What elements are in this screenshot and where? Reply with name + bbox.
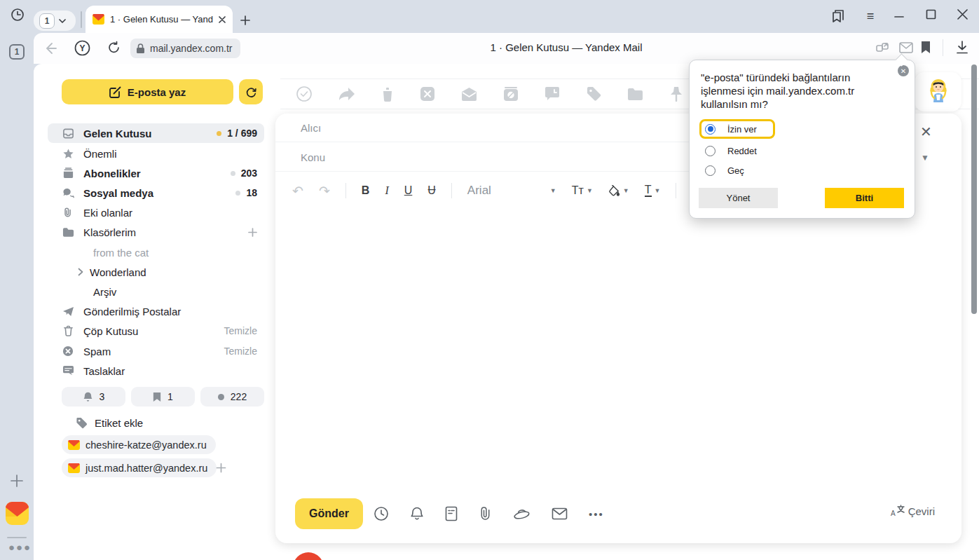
highlight-color-select[interactable]: ▼	[608, 185, 629, 197]
bookmarks-panel-icon[interactable]	[831, 9, 845, 23]
subscriptions-icon	[62, 168, 74, 179]
refresh-mail-button[interactable]	[239, 79, 263, 104]
clean-trash-link[interactable]: Temizle	[224, 325, 257, 336]
collapse-compose-icon[interactable]: ▼	[921, 153, 929, 163]
strikethrough-button[interactable]: Ʉ	[427, 184, 436, 197]
radio-option-skip[interactable]: Geç	[699, 161, 744, 180]
bold-button[interactable]: B	[362, 184, 370, 197]
sidebar-item-from-the-cat[interactable]: from the cat	[48, 243, 264, 262]
new-tab-icon[interactable]	[240, 15, 250, 25]
sidebar-item-subscriptions[interactable]: Abonelikler 203	[48, 163, 264, 183]
sidebar-item-sent[interactable]: Gönderilmiş Postalar	[48, 301, 264, 321]
text-color-select[interactable]: T▼	[645, 184, 661, 197]
folder-label: Gönderilmiş Postalar	[83, 306, 181, 317]
share-icon[interactable]	[875, 41, 889, 55]
reload-icon[interactable]	[107, 41, 121, 55]
browser-side-rail: 1 ●●●	[0, 33, 34, 560]
sidebar-item-archive[interactable]: Arşiv	[48, 282, 264, 301]
radio-label: Geç	[727, 165, 744, 176]
account-cheshire[interactable]: cheshire-katze@yandex.ru	[62, 435, 216, 454]
attach-file-icon[interactable]	[479, 506, 492, 521]
browser-menu-icon[interactable]: ≡	[859, 6, 882, 27]
sidebar-item-important[interactable]: Önemli	[48, 144, 264, 163]
popup-close-icon[interactable]: ✕	[898, 65, 909, 76]
pill-count: 1	[167, 391, 173, 402]
sidebar-item-my-folders[interactable]: Klasörlerim	[48, 222, 264, 242]
rail-dots-icon	[8, 508, 26, 515]
move-folder-icon[interactable]	[627, 88, 643, 101]
snooze-icon[interactable]	[545, 86, 560, 102]
sidebar-item-trash[interactable]: Çöp Kutusu Temizle	[48, 321, 264, 341]
window-maximize-icon[interactable]	[926, 9, 936, 20]
manage-button[interactable]: Yönet	[699, 188, 778, 208]
tab-close-icon[interactable]	[219, 16, 226, 23]
text-color-label: T	[645, 184, 652, 197]
radio-option-deny[interactable]: Reddet	[699, 141, 757, 161]
attach-from-disk-icon[interactable]	[513, 507, 530, 521]
forward-icon[interactable]	[338, 87, 355, 101]
template-icon[interactable]	[445, 506, 458, 521]
add-folder-icon[interactable]	[248, 228, 257, 237]
unread-pill[interactable]: 222	[200, 387, 264, 407]
mark-read-icon[interactable]	[461, 87, 477, 101]
workspace-number-box[interactable]: 1	[9, 44, 25, 60]
schedule-send-icon[interactable]	[374, 506, 389, 521]
radio-option-allow[interactable]: İzin ver	[699, 119, 775, 139]
folder-count: 1 / 699	[227, 128, 257, 139]
window-close-icon[interactable]	[957, 9, 968, 20]
sidebar-item-wonderland[interactable]: Wonderland	[48, 262, 264, 282]
underline-button[interactable]: U	[404, 184, 413, 197]
font-family-select[interactable]: Arial	[467, 184, 535, 198]
scrollbar-thumb[interactable]	[971, 64, 977, 314]
mark-spam-icon[interactable]	[420, 86, 435, 102]
more-options-icon[interactable]: •••	[589, 508, 604, 520]
add-account-icon[interactable]	[216, 463, 226, 473]
window-minimize-icon[interactable]	[894, 15, 904, 18]
archive-icon[interactable]	[503, 86, 519, 102]
sidebar-item-with-attachments[interactable]: Eki olanlar	[48, 203, 264, 222]
clean-spam-link[interactable]: Temizle	[224, 346, 257, 357]
protocol-handler-envelope-icon[interactable]	[899, 42, 913, 53]
unread-dot	[217, 131, 221, 136]
yandex-y-icon[interactable]: Y	[74, 40, 90, 56]
rail-more-icon[interactable]: ●●●	[8, 541, 32, 553]
notify-bell-icon[interactable]	[410, 506, 424, 521]
done-button[interactable]: Bitti	[825, 188, 904, 208]
sidebar-item-inbox[interactable]: Gelen Kutusu 1 / 699	[48, 123, 264, 143]
close-compose-icon[interactable]: ✕	[920, 123, 932, 140]
user-avatar-card[interactable]	[915, 72, 961, 111]
label-icon[interactable]	[586, 86, 601, 102]
select-all-icon[interactable]	[296, 86, 313, 102]
active-tab[interactable]: 1 · Gelen Kutusu — Yand	[85, 6, 233, 33]
sidebar-item-spam[interactable]: Spam Temizle	[48, 341, 264, 361]
translate-button[interactable]: A Çeviri	[890, 505, 935, 517]
address-bar[interactable]: mail.yandex.com.tr	[130, 39, 240, 58]
send-button[interactable]: Gönder	[295, 498, 363, 529]
history-clock-icon[interactable]	[10, 7, 25, 22]
bookmark-icon[interactable]	[921, 41, 931, 54]
italic-button[interactable]: I	[385, 184, 388, 197]
tab-group-pill[interactable]: 1	[34, 11, 76, 31]
downloads-icon[interactable]	[956, 41, 968, 55]
popup-message-line: "e-posta" türündeki bağlantıların	[701, 71, 854, 84]
sidebar-item-drafts[interactable]: Taslaklar	[48, 361, 264, 381]
expand-chevron-icon[interactable]	[78, 268, 83, 276]
spam-icon	[62, 346, 74, 357]
account-hatter[interactable]: just.mad.hatter@yandex.ru	[62, 458, 217, 477]
bookmarked-pill[interactable]: 1	[131, 387, 195, 407]
sidebar-item-social[interactable]: Sosyal medya 18	[48, 183, 264, 203]
attach-from-mail-icon[interactable]	[552, 507, 568, 520]
undo-icon[interactable]: ↶	[292, 183, 303, 199]
back-icon[interactable]	[43, 41, 57, 55]
add-tag-button[interactable]: Etiket ekle	[76, 414, 143, 431]
pin-icon[interactable]	[669, 86, 683, 102]
delete-icon[interactable]	[381, 87, 394, 102]
font-size-select[interactable]: Tᴛ▼	[572, 184, 593, 197]
redo-icon[interactable]: ↷	[319, 183, 330, 199]
done-label: Bitti	[856, 193, 873, 203]
notifications-pill[interactable]: 3	[62, 387, 125, 407]
rail-add-icon[interactable]	[11, 474, 23, 487]
chevron-down-icon[interactable]: ▼	[550, 187, 556, 194]
message-body-field[interactable]	[275, 207, 961, 488]
compose-email-button[interactable]: E-posta yaz	[62, 79, 233, 104]
